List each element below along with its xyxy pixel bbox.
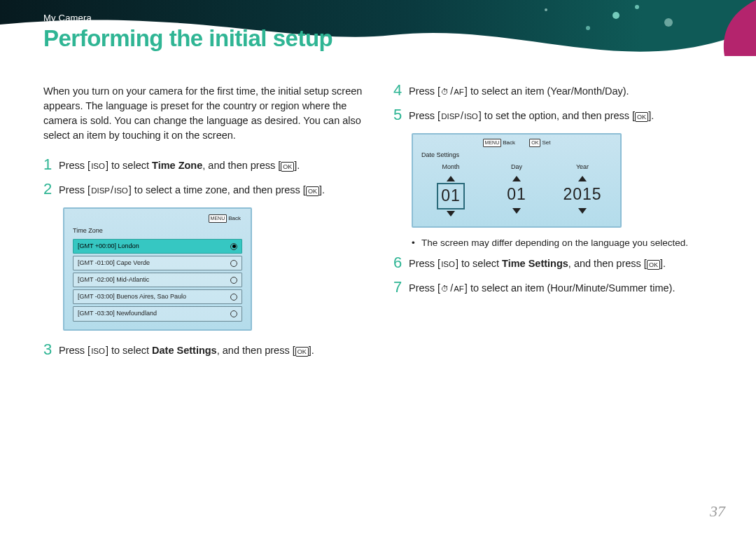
svg-point-0 (612, 12, 620, 19)
timezone-row[interactable]: [GMT -01:00] Cape Verde (73, 256, 242, 270)
step-number: 3 (43, 342, 59, 357)
svg-marker-9 (578, 176, 587, 181)
arrow-down-icon[interactable] (420, 209, 482, 218)
right-column: 4 Press [⏱/AF] to select an item (Year/M… (393, 84, 715, 368)
ok-key-icon: OK (635, 112, 648, 122)
radio-selected-icon[interactable] (230, 243, 237, 250)
date-value[interactable]: 01 (507, 184, 526, 205)
ok-key-icon: OK (647, 260, 660, 270)
svg-point-3 (664, 18, 673, 27)
step-6: 6 Press [ISO] to select Time Settings, a… (393, 256, 715, 271)
step-number: 5 (393, 107, 409, 123)
iso-key-icon: ISO (463, 111, 479, 123)
step-number: 7 (393, 280, 409, 295)
iso-key-icon: ISO (90, 345, 106, 357)
step-text: Press [ISO] to select Time Settings, and… (409, 256, 715, 271)
page-number: 37 (710, 502, 725, 521)
menu-key-icon: MENU (209, 214, 227, 223)
radio-icon[interactable] (230, 277, 237, 284)
date-value[interactable]: 2015 (563, 184, 601, 205)
page-title: Performing the initial setup (43, 25, 332, 52)
step-4: 4 Press [⏱/AF] to select an item (Year/M… (393, 84, 715, 99)
svg-marker-10 (578, 208, 587, 214)
step-number: 1 (43, 157, 59, 172)
svg-marker-7 (512, 176, 521, 181)
iso-key-icon: ISO (113, 185, 129, 197)
arrow-up-icon[interactable] (552, 174, 613, 183)
column-header: Year (552, 163, 613, 172)
radio-icon[interactable] (230, 294, 237, 301)
date-value[interactable]: 01 (437, 183, 465, 209)
step-number: 6 (393, 255, 409, 270)
step-7: 7 Press [⏱/AF] to select an item (Hour/M… (393, 281, 715, 296)
panel-title: Time Zone (70, 225, 245, 237)
timezone-label: [GMT -01:00] Cape Verde (78, 259, 150, 268)
timezone-label: [GMT +00:00] London (78, 242, 139, 251)
svg-marker-5 (447, 176, 455, 181)
arrow-up-icon[interactable] (420, 174, 482, 183)
radio-icon[interactable] (230, 260, 237, 267)
step-2: 2 Press [DISP/ISO] to select a time zone… (43, 183, 365, 198)
timezone-label: [GMT -03:30] Newfoundland (78, 309, 157, 318)
radio-icon[interactable] (230, 310, 237, 317)
arrow-down-icon[interactable] (486, 207, 547, 215)
timezone-panel: MENUBack Time Zone [GMT +00:00] London [… (63, 207, 252, 330)
svg-point-4 (545, 8, 547, 11)
bullet-icon: • (412, 236, 421, 250)
ok-key-icon: OK (281, 162, 294, 172)
timezone-row[interactable]: [GMT -03:30] Newfoundland (73, 306, 242, 321)
intro-text: When you turn on your camera for the fir… (43, 84, 365, 143)
breadcrumb: My Camera (43, 13, 92, 23)
ok-key-icon: OK (529, 139, 540, 147)
panel-topbar: MENUBack OKSet (420, 139, 613, 147)
date-column-year: Year 2015 (552, 163, 613, 217)
step-text: Press [⏱/AF] to select an item (Year/Mon… (409, 84, 715, 99)
arrow-up-icon[interactable] (486, 174, 547, 183)
panel-topbar: MENUBack (70, 214, 245, 223)
disp-key-icon: DISP (440, 111, 461, 123)
step-3: 3 Press [ISO] to select Date Settings, a… (43, 343, 365, 358)
page: My Camera Performing the initial setup W… (0, 0, 756, 536)
date-column-month: Month 01 (420, 163, 482, 217)
svg-point-2 (586, 26, 590, 30)
date-column-day: Day 01 (486, 163, 547, 217)
step-text: Press [ISO] to select Time Zone, and the… (59, 158, 365, 173)
timezone-row[interactable]: [GMT -03:00] Buenos Aires, Sao Paulo (73, 289, 242, 304)
step-text: Press [ISO] to select Date Settings, and… (59, 343, 365, 358)
ok-key-icon: OK (295, 347, 309, 357)
column-header: Day (486, 163, 547, 172)
step-number: 4 (393, 83, 409, 98)
menu-key-icon: MENU (483, 139, 502, 147)
note: • The screen may differ depending on the… (412, 236, 715, 250)
step-number: 2 (43, 181, 59, 197)
svg-marker-6 (447, 211, 455, 217)
note-text: The screen may differ depending on the l… (421, 236, 688, 250)
af-key-icon: AF (453, 283, 465, 295)
step-text: Press [DISP/ISO] to set the option, and … (409, 109, 715, 123)
step-5: 5 Press [DISP/ISO] to set the option, an… (393, 109, 715, 123)
timezone-label: [GMT -03:00] Buenos Aires, Sao Paulo (78, 292, 186, 301)
svg-point-1 (635, 5, 639, 9)
timezone-row[interactable]: [GMT +00:00] London (73, 239, 242, 254)
timezone-row[interactable]: [GMT -02:00] Mid-Atlantic (73, 273, 242, 287)
disp-key-icon: DISP (90, 185, 111, 197)
arrow-down-icon[interactable] (552, 207, 613, 215)
timezone-label: [GMT -02:00] Mid-Atlantic (78, 275, 149, 284)
step-text: Press [DISP/ISO] to select a time zone, … (59, 183, 365, 198)
column-header: Month (420, 163, 482, 172)
step-text: Press [⏱/AF] to select an item (Hour/Min… (409, 281, 715, 296)
ok-key-icon: OK (306, 186, 319, 196)
iso-key-icon: ISO (440, 259, 456, 270)
af-key-icon: AF (453, 86, 465, 98)
left-column: When you turn on your camera for the fir… (43, 84, 365, 368)
iso-key-icon: ISO (90, 160, 106, 172)
step-1: 1 Press [ISO] to select Time Zone, and t… (43, 158, 365, 173)
date-settings-panel: MENUBack OKSet Date Settings Month 01 Da… (412, 133, 622, 228)
svg-marker-8 (512, 208, 521, 214)
panel-title: Date Settings (420, 149, 613, 163)
timer-key-icon: ⏱ (440, 283, 450, 295)
timer-key-icon: ⏱ (440, 86, 450, 98)
